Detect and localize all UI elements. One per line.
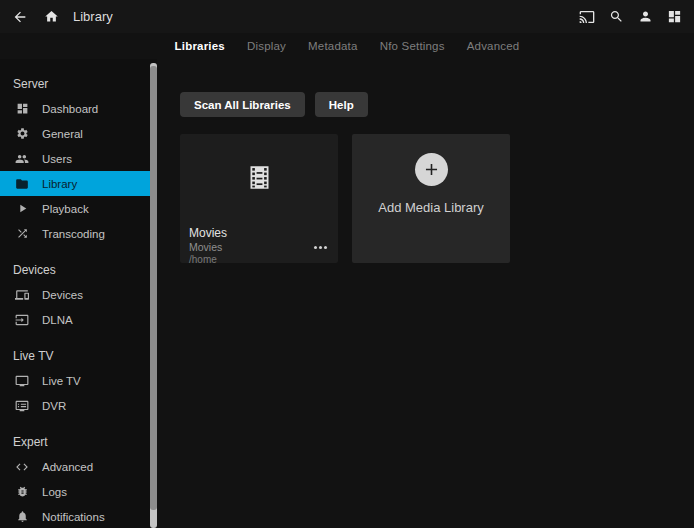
sidebar-item-transcoding[interactable]: Transcoding	[0, 221, 157, 246]
sidebar-item-label: DVR	[42, 400, 66, 412]
users-icon	[15, 152, 29, 166]
section-header-devices: Devices	[0, 263, 157, 277]
tab-metadata[interactable]: Metadata	[308, 40, 358, 52]
devices-icon	[15, 288, 29, 302]
settings-tabs: Libraries Display Metadata Nfo Settings …	[0, 33, 694, 59]
back-icon[interactable]	[12, 9, 28, 25]
film-icon	[246, 164, 273, 191]
sidebar-item-label: DLNA	[42, 314, 73, 326]
library-card-image	[180, 134, 338, 220]
tab-display[interactable]: Display	[247, 40, 286, 52]
sidebar-item-playback[interactable]: Playback	[0, 196, 157, 221]
sidebar-item-label: Playback	[42, 203, 89, 215]
search-icon[interactable]	[609, 9, 624, 24]
sidebar-item-label: Library	[42, 178, 77, 190]
help-button[interactable]: Help	[315, 92, 368, 117]
sidebar-item-label: Devices	[42, 289, 83, 301]
bell-icon	[15, 510, 29, 524]
input-icon	[15, 313, 29, 327]
scan-all-libraries-button[interactable]: Scan All Libraries	[180, 92, 305, 117]
sidebar-item-label: Users	[42, 153, 72, 165]
sidebar-item-live-tv[interactable]: Live TV	[0, 368, 157, 393]
sidebar-item-label: Transcoding	[42, 228, 105, 240]
add-media-library-label: Add Media Library	[378, 200, 484, 215]
folder-icon	[15, 177, 29, 191]
admin-sidebar: Server Dashboard General Users Library P…	[0, 59, 157, 528]
sidebar-scrollbar-thumb[interactable]	[150, 66, 157, 510]
sidebar-item-dashboard[interactable]: Dashboard	[0, 96, 157, 121]
add-media-library-card[interactable]: Add Media Library	[352, 134, 510, 263]
cast-icon[interactable]	[579, 9, 595, 25]
library-card-type: Movies	[189, 241, 222, 253]
sidebar-item-dlna[interactable]: DLNA	[0, 307, 157, 332]
tab-libraries[interactable]: Libraries	[175, 40, 225, 52]
libraries-panel: Scan All Libraries Help	[157, 59, 694, 528]
sidebar-item-advanced[interactable]: Advanced	[0, 454, 157, 479]
sidebar-item-users[interactable]: Users	[0, 146, 157, 171]
sidebar-item-logs[interactable]: Logs	[0, 479, 157, 504]
plus-icon	[415, 153, 448, 186]
sidebar-item-label: Notifications	[42, 511, 105, 523]
home-icon[interactable]	[44, 9, 59, 24]
more-menu-icon[interactable]	[310, 244, 329, 251]
library-card-movies[interactable]: Movies Movies /home	[180, 134, 338, 263]
tab-nfo-settings[interactable]: Nfo Settings	[380, 40, 445, 52]
sidebar-item-notifications[interactable]: Notifications	[0, 504, 157, 528]
play-icon	[15, 202, 29, 216]
sidebar-item-label: Live TV	[42, 375, 81, 387]
dvr-icon	[15, 399, 29, 413]
bug-icon	[15, 485, 29, 499]
sidebar-scrollbar[interactable]	[150, 63, 157, 528]
gear-icon	[15, 127, 29, 141]
sidebar-item-label: Logs	[42, 486, 67, 498]
top-bar: Library	[0, 0, 694, 33]
user-icon[interactable]	[638, 9, 653, 24]
sidebar-item-devices[interactable]: Devices	[0, 282, 157, 307]
section-header-live-tv: Live TV	[0, 349, 157, 363]
library-card-path: /home	[189, 254, 329, 263]
sidebar-item-library[interactable]: Library	[0, 171, 157, 196]
sidebar-item-label: Dashboard	[42, 103, 98, 115]
section-header-expert: Expert	[0, 435, 157, 449]
transcode-icon	[15, 227, 29, 241]
code-icon	[15, 460, 29, 474]
sidebar-item-label: General	[42, 128, 83, 140]
tab-advanced[interactable]: Advanced	[467, 40, 520, 52]
tv-icon	[15, 374, 29, 388]
sidebar-item-label: Advanced	[42, 461, 93, 473]
section-header-server: Server	[0, 77, 157, 91]
library-card-title: Movies	[189, 226, 329, 240]
dashboard-grid-icon[interactable]	[667, 9, 682, 24]
sidebar-item-general[interactable]: General	[0, 121, 157, 146]
page-title: Library	[73, 9, 113, 24]
sidebar-item-dvr[interactable]: DVR	[0, 393, 157, 418]
dashboard-icon	[15, 102, 29, 116]
